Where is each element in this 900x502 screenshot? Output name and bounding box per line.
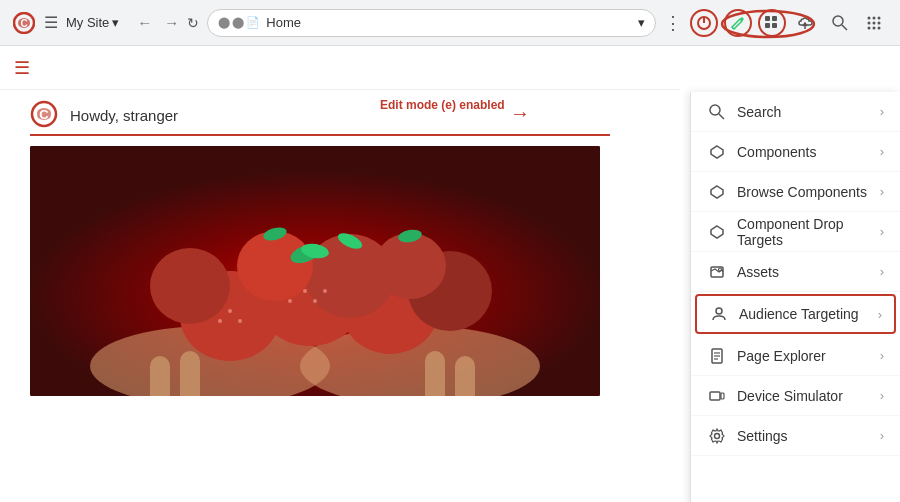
component-icon xyxy=(707,142,727,162)
svg-point-70 xyxy=(715,433,720,438)
chevron-device-simulator: › xyxy=(880,388,884,403)
more-options-button[interactable]: ⋮ xyxy=(664,12,682,34)
browse-components-icon xyxy=(707,182,727,202)
svg-point-41 xyxy=(313,299,317,303)
page-explorer-icon xyxy=(707,346,727,366)
chevron-assets: › xyxy=(880,264,884,279)
svg-rect-6 xyxy=(765,23,770,28)
grid-button[interactable] xyxy=(758,9,786,37)
red-separator xyxy=(30,134,610,136)
apps-button[interactable] xyxy=(860,9,888,37)
pencil-button[interactable] xyxy=(724,9,752,37)
svg-point-17 xyxy=(873,26,876,29)
menu-item-audience-targeting[interactable]: Audience Targeting › xyxy=(695,294,896,334)
svg-rect-4 xyxy=(765,16,770,21)
svg-rect-53 xyxy=(180,351,200,396)
search-icon xyxy=(707,102,727,122)
logo-row: C Howdy, stranger xyxy=(30,100,650,130)
svg-point-39 xyxy=(374,233,446,299)
svg-point-44 xyxy=(228,309,232,313)
svg-point-45 xyxy=(238,319,242,323)
page-icon: 📄 xyxy=(246,16,260,29)
power-button[interactable] xyxy=(690,9,718,37)
address-bar[interactable]: ⬤ ⬤ 📄 Home ▾ xyxy=(207,9,656,37)
svg-marker-58 xyxy=(711,146,723,158)
menu-item-search[interactable]: Search › xyxy=(691,92,900,132)
hamburger-icon[interactable]: ☰ xyxy=(44,13,58,32)
loading-icon: ⬤ xyxy=(232,16,244,29)
svg-point-62 xyxy=(719,268,722,271)
menu-label-settings: Settings xyxy=(737,428,880,444)
chevron-audience-targeting: › xyxy=(878,307,882,322)
tooltip-arrow: → xyxy=(510,102,530,125)
settings-icon xyxy=(707,426,727,446)
svg-point-42 xyxy=(323,289,327,293)
svg-point-8 xyxy=(833,16,843,26)
svg-point-38 xyxy=(237,231,313,301)
cloud-button[interactable] xyxy=(792,9,820,37)
svg-point-18 xyxy=(878,26,881,29)
page-body: C Howdy, stranger f 𝕏 G xyxy=(0,90,680,406)
back-button[interactable]: ← xyxy=(133,12,156,33)
menu-label-components: Components xyxy=(737,144,880,160)
cms-logo: C xyxy=(30,100,60,130)
svg-marker-59 xyxy=(711,186,723,198)
svg-point-16 xyxy=(868,26,871,29)
address-text: Home xyxy=(266,15,632,30)
menu-label-page-explorer: Page Explorer xyxy=(737,348,880,364)
audience-targeting-icon xyxy=(709,304,729,324)
svg-text:C: C xyxy=(39,107,49,122)
browser-logo: C xyxy=(12,11,36,35)
svg-rect-68 xyxy=(710,392,720,400)
menu-label-audience-targeting: Audience Targeting xyxy=(739,306,878,322)
menu-item-settings[interactable]: Settings › xyxy=(691,416,900,456)
svg-point-46 xyxy=(218,319,222,323)
menu-item-drop-targets[interactable]: Component Drop Targets › xyxy=(691,212,900,252)
address-chevron: ▾ xyxy=(638,15,645,30)
svg-line-9 xyxy=(842,25,847,30)
svg-point-35 xyxy=(150,248,230,324)
page-content: ☰ Edit mode (e) enabled → C Howdy, stran… xyxy=(0,46,680,502)
svg-point-11 xyxy=(873,16,876,19)
dropdown-panel: Search › Components › Browse Components … xyxy=(690,92,900,502)
chevron-browse-components: › xyxy=(880,184,884,199)
svg-point-10 xyxy=(868,16,871,19)
assets-icon xyxy=(707,262,727,282)
forward-button[interactable]: → xyxy=(160,12,183,33)
site-name[interactable]: My Site ▾ xyxy=(66,15,119,30)
hero-image xyxy=(30,146,600,396)
svg-text:C: C xyxy=(20,18,27,29)
menu-item-assets[interactable]: Assets › xyxy=(691,252,900,292)
chevron-drop-targets: › xyxy=(880,224,884,239)
chevron-page-explorer: › xyxy=(880,348,884,363)
svg-line-57 xyxy=(719,114,724,119)
menu-label-browse-components: Browse Components xyxy=(737,184,880,200)
menu-item-device-simulator[interactable]: Device Simulator › xyxy=(691,376,900,416)
browser-actions xyxy=(690,9,888,37)
drop-targets-icon xyxy=(707,222,727,242)
menu-item-components[interactable]: Components › xyxy=(691,132,900,172)
svg-point-56 xyxy=(710,105,720,115)
circle-icon: ⬤ xyxy=(218,16,230,29)
chevron-search: › xyxy=(880,104,884,119)
device-simulator-icon xyxy=(707,386,727,406)
address-icons: ⬤ ⬤ 📄 xyxy=(218,16,260,29)
menu-item-browse-components[interactable]: Browse Components › xyxy=(691,172,900,212)
menu-label-search: Search xyxy=(737,104,880,120)
chevron-settings: › xyxy=(880,428,884,443)
svg-point-15 xyxy=(878,21,881,24)
svg-rect-7 xyxy=(772,23,777,28)
svg-rect-55 xyxy=(455,356,475,396)
menu-label-assets: Assets xyxy=(737,264,880,280)
refresh-button[interactable]: ↻ xyxy=(187,12,199,33)
menu-item-page-explorer[interactable]: Page Explorer › xyxy=(691,336,900,376)
svg-rect-5 xyxy=(772,16,777,21)
toolbar-menu-icon[interactable]: ☰ xyxy=(14,57,30,79)
svg-point-63 xyxy=(716,308,722,314)
search-button[interactable] xyxy=(826,9,854,37)
svg-rect-52 xyxy=(150,356,170,396)
edit-mode-tooltip: Edit mode (e) enabled xyxy=(380,98,505,112)
chevron-components: › xyxy=(880,144,884,159)
svg-rect-54 xyxy=(425,351,445,396)
nav-arrows: ← → ↻ xyxy=(133,12,199,33)
